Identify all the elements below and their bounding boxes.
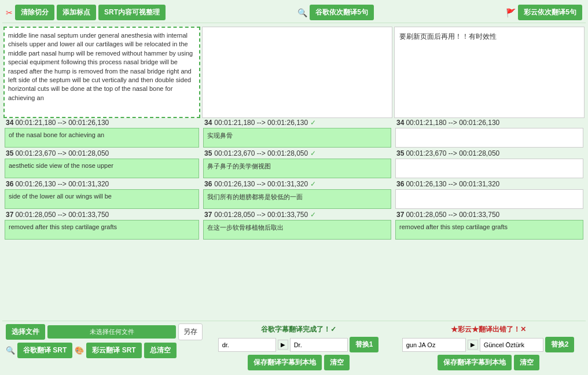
- subtitle-text-35-right: [395, 159, 583, 178]
- replace-to-input-1[interactable]: [290, 338, 348, 352]
- total-clear-button[interactable]: 总清空: [144, 343, 177, 358]
- save-local-middle-button[interactable]: 保存翻译字幕到本地: [248, 355, 322, 370]
- check-37-mid: ✓: [310, 211, 316, 219]
- subtitle-time-35-left: 00:01:23,670 --> 00:01:28,050: [15, 149, 109, 157]
- subtitle-time-36-right: 00:01:26,130 --> 00:01:31,320: [406, 180, 499, 188]
- bottom-toolbar: 选择文件 未选择任何文件 另存 🔍 谷歌翻译 SRT 🎨 彩云翻译 SRT 总清…: [2, 321, 586, 373]
- subtitle-num-35-mid: 35: [204, 149, 212, 157]
- subtitle-time-36-mid: 00:01:26,130 --> 00:01:31,320: [214, 180, 308, 188]
- subtitle-text-37-mid: 在这一步软骨移植物后取出: [203, 220, 391, 240]
- select-file-button[interactable]: 选择文件: [6, 324, 45, 340]
- color-translate-button[interactable]: 彩云依次翻译5句: [518, 5, 582, 20]
- middle-subtitle-34: 34 00:01:21,180 --> 00:01:26,130 ✓ 实现鼻骨: [202, 118, 392, 148]
- subtitle-time-34-mid: 00:01:21,180 --> 00:01:26,130: [214, 119, 308, 127]
- subtitle-num-36-right: 36: [396, 180, 404, 188]
- subtitle-num-34-left: 34: [6, 119, 13, 127]
- subtitle-text-37-right: removed after this step cartilage grafts: [395, 220, 583, 240]
- subtitle-text-35-mid: 鼻子鼻子的美学侧视图: [203, 159, 391, 178]
- replace-button-2[interactable]: 替换2: [545, 337, 575, 352]
- subtitle-time-34-left: 00:01:21,180 --> 00:01:26,130: [15, 119, 109, 127]
- subtitle-num-37-right: 37: [396, 211, 404, 219]
- subtitle-time-34-right: 00:01:21,180 --> 00:01:26,130: [406, 119, 499, 127]
- subtitle-num-37-mid: 37: [204, 211, 212, 219]
- middle-subtitle-37: 37 00:01:28,050 --> 00:01:33,750 ✓ 在这一步软…: [202, 210, 392, 240]
- google-translate-button[interactable]: 谷歌依次翻译5句: [310, 5, 374, 20]
- right-column: 要刷新页面后再用！！有时效性 34 00:01:21,180 --> 00:01…: [394, 27, 585, 317]
- right-subtitle-36: 36 00:01:26,130 --> 00:01:31,320: [394, 179, 585, 209]
- left-subtitle-list: 34 00:01:21,180 --> 00:01:26,130 of the …: [3, 118, 200, 317]
- middle-subtitle-35: 35 00:01:23,670 --> 00:01:28,050 ✓ 鼻子鼻子的…: [202, 149, 392, 178]
- arrow-btn-1[interactable]: ▶: [278, 340, 288, 350]
- left-column: middle line nasal septum under general a…: [3, 27, 200, 317]
- subtitle-text-36-left: side of the lower all our wings will be: [5, 189, 199, 209]
- right-notice-area: 要刷新页面后再用！！有时效性: [394, 27, 585, 118]
- middle-subtitle-list: 34 00:01:21,180 --> 00:01:26,130 ✓ 实现鼻骨 …: [202, 118, 392, 317]
- clear-cut-button[interactable]: 清除切分: [15, 5, 54, 20]
- source-text-area[interactable]: middle line nasal septum under general a…: [3, 27, 200, 118]
- subtitle-text-34-mid: 实现鼻骨: [203, 128, 391, 148]
- left-subtitle-35: 35 00:01:23,670 --> 00:01:28,050 aesthet…: [3, 149, 200, 178]
- right-subtitle-list: 34 00:01:21,180 --> 00:01:26,130 35 00:0…: [394, 118, 585, 317]
- clear-middle-button[interactable]: 清空: [324, 355, 350, 370]
- bottom-middle-section: 谷歌字幕翻译完成了！✓ ▶ 替换1 保存翻译字幕到本地 清空: [204, 323, 392, 370]
- google-icon-bottom: 🔍: [6, 346, 15, 355]
- subtitle-time-37-left: 00:01:28,050 --> 00:01:33,750: [15, 211, 109, 219]
- save-alt-button[interactable]: 另存: [178, 323, 203, 340]
- subtitle-time-37-mid: 00:01:28,050 --> 00:01:33,750: [214, 211, 308, 219]
- right-subtitle-34: 34 00:01:21,180 --> 00:01:26,130: [394, 118, 585, 148]
- subtitle-text-34-left: of the nasal bone for achieving an: [5, 128, 199, 148]
- subtitle-num-37-left: 37: [6, 211, 13, 219]
- subtitle-text-35-left: aesthetic side view of the nose upper: [5, 159, 199, 178]
- left-subtitle-34: 34 00:01:21,180 --> 00:01:26,130 of the …: [3, 118, 200, 148]
- right-subtitle-37: 37 00:01:28,050 --> 00:01:33,750 removed…: [394, 210, 585, 240]
- subtitle-time-37-right: 00:01:28,050 --> 00:01:33,750: [406, 211, 499, 219]
- replace-from-input-2[interactable]: [402, 338, 466, 352]
- subtitle-time-35-mid: 00:01:23,670 --> 00:01:28,050: [214, 149, 308, 157]
- google-success-msg: 谷歌字幕翻译完成了！✓: [261, 325, 336, 334]
- color-icon-bottom: 🎨: [75, 346, 84, 355]
- srt-organize-button[interactable]: SRT内容可视整理: [98, 5, 166, 20]
- main-container: ✂ 清除切分 添加标点 SRT内容可视整理 🔍 谷歌依次翻译5句 🚩 彩云依次翻…: [0, 0, 588, 375]
- subtitle-num-34-mid: 34: [204, 119, 212, 127]
- middle-column: 34 00:01:21,180 --> 00:01:26,130 ✓ 实现鼻骨 …: [202, 27, 392, 317]
- subtitle-num-35-left: 35: [6, 149, 13, 157]
- arrow-btn-2[interactable]: ▶: [468, 340, 478, 350]
- subtitle-num-34-right: 34: [396, 119, 404, 127]
- subtitle-text-37-left: removed after this step cartilage grafts: [5, 220, 199, 240]
- color-srt-button[interactable]: 彩云翻译 SRT: [86, 343, 141, 358]
- replace-from-input-1[interactable]: [218, 338, 276, 352]
- scissors-icon: ✂: [6, 8, 13, 17]
- left-subtitle-37: 37 00:01:28,050 --> 00:01:33,750 removed…: [3, 210, 200, 240]
- right-notice-text: 要刷新页面后再用！！有时效性: [399, 32, 497, 41]
- flag-icon: 🚩: [506, 8, 516, 17]
- bottom-right-section: ★彩云★翻译出错了！✕ ▶ 替换2 保存翻译字幕到本地 清空: [394, 323, 582, 370]
- add-punctuation-button[interactable]: 添加标点: [57, 5, 96, 20]
- check-34-mid: ✓: [310, 119, 316, 127]
- bottom-left-section: 选择文件 未选择任何文件 另存 🔍 谷歌翻译 SRT 🎨 彩云翻译 SRT 总清…: [6, 323, 203, 370]
- replace-to-input-2[interactable]: [480, 338, 543, 352]
- subtitle-num-36-mid: 36: [204, 180, 212, 188]
- middle-source-area[interactable]: [202, 27, 392, 118]
- middle-subtitle-36: 36 00:01:26,130 --> 00:01:31,320 ✓ 我们所有的…: [202, 179, 392, 209]
- check-35-mid: ✓: [310, 149, 316, 157]
- subtitle-text-34-right: [395, 128, 583, 148]
- file-name-label: 未选择任何文件: [47, 325, 176, 339]
- right-subtitle-35: 35 00:01:23,670 --> 00:01:28,050: [394, 149, 585, 178]
- subtitle-time-35-right: 00:01:23,670 --> 00:01:28,050: [406, 149, 499, 157]
- color-error-msg: ★彩云★翻译出错了！✕: [451, 325, 526, 334]
- subtitle-time-36-left: 00:01:26,130 --> 00:01:31,320: [15, 180, 109, 188]
- check-36-mid: ✓: [310, 180, 316, 188]
- subtitle-num-35-right: 35: [396, 149, 404, 157]
- subtitle-text-36-mid: 我们所有的翅膀都将是较低的一面: [203, 189, 391, 209]
- replace-button-1[interactable]: 替换1: [350, 337, 379, 352]
- left-subtitle-36: 36 00:01:26,130 --> 00:01:31,320 side of…: [3, 179, 200, 209]
- search-icon-middle: 🔍: [297, 8, 307, 17]
- google-srt-button[interactable]: 谷歌翻译 SRT: [17, 343, 72, 358]
- clear-right-button[interactable]: 清空: [514, 355, 539, 370]
- save-local-right-button[interactable]: 保存翻译字幕到本地: [438, 355, 512, 370]
- subtitle-num-36-left: 36: [6, 180, 13, 188]
- subtitle-text-36-right: [395, 189, 583, 209]
